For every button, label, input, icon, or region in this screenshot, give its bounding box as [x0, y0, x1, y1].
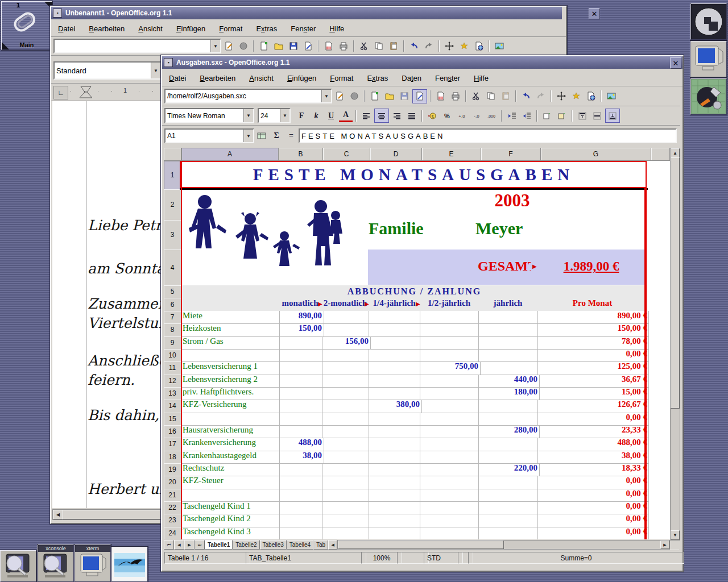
- underline-icon[interactable]: U: [324, 109, 338, 122]
- load-url-icon[interactable]: [333, 90, 346, 103]
- amount-cell-E[interactable]: [420, 311, 479, 324]
- amount-cell-C[interactable]: [322, 425, 369, 438]
- amount-cell-F[interactable]: [478, 349, 538, 362]
- column-header-C[interactable]: C: [323, 148, 370, 161]
- open-document-icon[interactable]: [272, 40, 286, 53]
- tab-nav-next-icon[interactable]: ▶: [184, 540, 195, 550]
- num-del-dec-icon[interactable]: -,0: [470, 109, 483, 122]
- amount-cell-E[interactable]: [420, 501, 479, 514]
- stop-icon[interactable]: [348, 90, 361, 103]
- menu-item-fenster[interactable]: Fenster: [433, 73, 462, 84]
- row-header-1[interactable]: 1: [164, 161, 181, 190]
- amount-cell-B[interactable]: [278, 489, 322, 502]
- sheet-grid[interactable]: 12345ABBUCHUNG / ZAHLUNG6monatlich▶2-mon…: [164, 161, 670, 539]
- cell-reference-box[interactable]: A1▼: [164, 128, 254, 143]
- pro-monat-cell[interactable]: 15,00 €: [537, 387, 649, 400]
- amount-cell-D[interactable]: [369, 323, 420, 336]
- expense-label-cell[interactable]: Heizkosten: [181, 323, 280, 336]
- amount-cell-B[interactable]: 890,00: [278, 311, 324, 324]
- paint-tool-dock-tile[interactable]: [690, 78, 727, 115]
- amount-cell-F[interactable]: [478, 514, 538, 527]
- pro-monat-cell[interactable]: 126,67 €: [537, 400, 649, 413]
- function-wizard-icon[interactable]: [255, 130, 268, 143]
- calc-url-combo[interactable]: /home/rolf2/Ausgaben.sxc▼: [164, 89, 332, 103]
- pro-monat-cell[interactable]: 0,00 €: [537, 501, 649, 514]
- align-right-icon[interactable]: [390, 109, 404, 122]
- amount-cell-F[interactable]: [478, 476, 538, 489]
- sheet-tab-tabelle3[interactable]: Tabelle3: [260, 540, 287, 550]
- amount-cell-B[interactable]: [278, 361, 322, 375]
- print-file-direct-icon[interactable]: [322, 40, 336, 53]
- status-zoom[interactable]: 100%: [361, 552, 402, 564]
- amount-cell-B[interactable]: [278, 514, 322, 527]
- menu-item-bearbeiten[interactable]: Bearbeiten: [198, 73, 237, 84]
- pager-corner-bl[interactable]: [2, 42, 9, 49]
- pro-monat-cell[interactable]: 0,00 €: [537, 349, 649, 362]
- amount-cell-B[interactable]: [278, 375, 322, 388]
- amount-cell-C[interactable]: [322, 375, 369, 388]
- expense-label-cell[interactable]: Strom / Gas: [181, 336, 280, 350]
- insert-draw-icon[interactable]: [569, 90, 583, 103]
- pro-monat-cell[interactable]: 0,00 €: [537, 514, 649, 527]
- column-header-E[interactable]: E: [422, 148, 481, 161]
- amount-cell-E[interactable]: [420, 476, 479, 489]
- monitor-app-dock-tile[interactable]: [690, 41, 727, 77]
- menu-item-einfügen[interactable]: Einfügen: [286, 73, 318, 84]
- row-header-3[interactable]: 3: [164, 220, 181, 250]
- indent-more-icon[interactable]: [520, 109, 533, 122]
- amount-cell-E[interactable]: [420, 323, 479, 336]
- window-menu-icon[interactable]: ▪: [164, 58, 173, 67]
- amount-cell-D[interactable]: [369, 349, 420, 362]
- row-header-5[interactable]: 5: [164, 285, 181, 298]
- amount-cell-D[interactable]: [369, 489, 420, 502]
- amount-cell-C[interactable]: [322, 361, 369, 375]
- amount-cell-D[interactable]: [369, 336, 420, 350]
- menu-item-hilfe[interactable]: Hilfe: [472, 73, 490, 84]
- font-size-combo[interactable]: 24▼: [258, 108, 291, 123]
- expense-label-cell[interactable]: priv. Haftpflichtvers.: [181, 387, 280, 400]
- column-header-G[interactable]: G: [541, 148, 651, 161]
- gallery-icon[interactable]: [493, 40, 506, 53]
- amount-cell-E[interactable]: [420, 349, 479, 362]
- menu-item-format[interactable]: Format: [328, 73, 355, 84]
- expense-label-cell[interactable]: Krankenversicherung: [181, 438, 280, 451]
- amount-cell-C[interactable]: [322, 489, 369, 502]
- amount-cell-B[interactable]: 38,00: [278, 451, 324, 464]
- calc-vscroll-thumb[interactable]: [671, 157, 680, 409]
- window-menu-icon[interactable]: ▪: [53, 9, 62, 18]
- undo-icon[interactable]: [407, 40, 421, 53]
- save-document-icon[interactable]: [287, 40, 300, 53]
- bold-icon[interactable]: F: [295, 109, 308, 122]
- row-header-10[interactable]: 10: [164, 349, 181, 362]
- amount-cell-E[interactable]: [420, 400, 479, 413]
- pro-monat-cell[interactable]: 78,00 €: [537, 336, 649, 350]
- row-header-17[interactable]: 17: [164, 438, 181, 451]
- expense-label-cell[interactable]: Lebensversicherung 2: [181, 375, 280, 388]
- hyperlink-icon[interactable]: [472, 40, 486, 53]
- xterm-dock-tile[interactable]: xterm: [75, 544, 111, 582]
- amount-cell-D[interactable]: [369, 387, 420, 400]
- dropdown-arrow-icon[interactable]: ▼: [321, 90, 331, 102]
- column-header-A[interactable]: A: [181, 148, 279, 161]
- printer-icon[interactable]: [337, 40, 350, 53]
- row-header-15[interactable]: 15: [164, 413, 181, 426]
- row-header-13[interactable]: 13: [164, 387, 181, 400]
- xmag-monitor-dock-tile[interactable]: [0, 550, 36, 582]
- align-left-icon[interactable]: [359, 109, 373, 122]
- amount-cell-C[interactable]: 156,00: [322, 336, 371, 350]
- amount-cell-F[interactable]: [478, 400, 538, 413]
- edit-file-icon[interactable]: [301, 40, 315, 53]
- amount-cell-E[interactable]: [420, 425, 479, 438]
- amount-cell-C[interactable]: [322, 501, 369, 514]
- cut-icon[interactable]: [357, 40, 371, 53]
- tabbar-scroll-left-icon[interactable]: ◀: [328, 540, 337, 550]
- menu-item-daten[interactable]: Daten: [400, 73, 423, 84]
- equals-icon[interactable]: =: [284, 130, 298, 143]
- menu-item-ansicht[interactable]: Ansicht: [136, 23, 164, 34]
- num-std-icon[interactable]: ,000: [485, 109, 498, 122]
- row-header-16[interactable]: 16: [164, 425, 181, 438]
- calc-close-button[interactable]: ✕: [670, 57, 681, 69]
- menu-item-bearbeiten[interactable]: Bearbeiten: [87, 23, 126, 34]
- column-header-D[interactable]: D: [370, 148, 422, 161]
- copy-icon[interactable]: [484, 90, 498, 103]
